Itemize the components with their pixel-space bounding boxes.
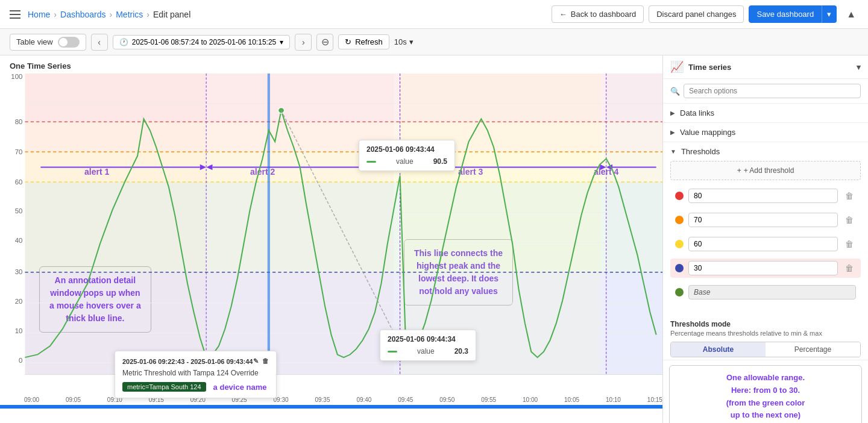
threshold-color-base[interactable] [675,288,684,296]
chart-svg: 100 80 70 60 50 40 30 20 10 0 [0,74,662,409]
svg-text:30: 30 [15,268,23,275]
svg-text:60: 60 [15,178,23,185]
threshold-input-base[interactable] [688,285,856,299]
toolbar: Table view ‹ 🕐 2025-01-06 08:57:24 to 20… [0,29,868,55]
back-to-dashboard-button[interactable]: ← Back to dashboard [552,5,644,23]
threshold-input-80[interactable] [688,189,838,203]
table-view-toggle[interactable] [58,37,80,48]
time-range-arrow: ▾ [280,38,283,46]
x-axis-bar [0,405,662,409]
panel-type-dropdown-icon: ▾ [857,63,861,72]
data-links-header[interactable]: ▶ Data links [663,104,868,122]
svg-rect-7 [400,74,600,374]
panel-type-label: Time series [688,63,852,72]
chart-panel: One Time Series alert 1 alert 2 alert 3 … [0,55,663,423]
options-search-box: 🔍 [663,79,868,104]
breadcrumb: Home › Dashboards › Metrics › Edit panel [28,10,190,19]
callout-range-explanation: One allowable range.Here: from 0 to 30.(… [669,365,862,423]
hamburger-menu[interactable] [7,8,23,21]
value-mappings-chevron: ▶ [670,129,675,136]
breadcrumb-home[interactable]: Home [28,10,50,19]
time-range-text: 2025-01-06 08:57:24 to 2025-01-06 10:15:… [132,38,277,46]
svg-text:40: 40 [15,237,23,243]
threshold-delete-60[interactable]: 🗑 [843,238,856,250]
add-threshold-label: + Add threshold [744,166,794,175]
svg-text:70: 70 [15,148,23,155]
thresholds-mode-description: Percentage means thresholds relative to … [670,330,861,337]
refresh-interval-arrow: ▾ [409,37,414,46]
value-mappings-section: ▶ Value mappings [663,123,868,142]
time-range-next-button[interactable]: › [295,34,312,51]
threshold-delete-30[interactable]: 🗑 [843,262,856,274]
thresholds-chevron: ▼ [670,148,676,155]
chart-title: One Time Series [10,61,71,70]
collapse-button[interactable]: ▲ [841,7,861,22]
breadcrumb-dashboards[interactable]: Dashboards [60,10,106,19]
refresh-interval-label: 10s [394,37,407,46]
back-arrow-icon: ← [559,10,567,19]
plus-icon: + [737,166,741,175]
discard-btn-label: Discard panel changes [656,10,736,19]
refresh-interval-selector: 10s ▾ [394,37,414,46]
threshold-color-30[interactable] [675,264,684,272]
data-links-section: ▶ Data links [663,104,868,123]
top-bar-left: Home › Dashboards › Metrics › Edit panel [7,8,190,21]
chart-area[interactable]: 100 80 70 60 50 40 30 20 10 0 [0,74,662,409]
threshold-row-base [670,283,861,302]
svg-text:50: 50 [15,207,23,214]
threshold-delete-70[interactable]: 🗑 [843,214,856,226]
panel-type-selector[interactable]: 📈 Time series ▾ [663,55,868,79]
threshold-input-30[interactable] [688,261,838,275]
threshold-color-70[interactable] [675,216,684,224]
zoom-out-button[interactable]: ⊖ [316,34,333,51]
threshold-delete-80[interactable]: 🗑 [843,190,856,202]
refresh-button[interactable]: ↻ Refresh [338,34,389,49]
thresholds-label: Thresholds [681,147,720,156]
breadcrumb-metrics[interactable]: Metrics [116,10,143,19]
discard-panel-changes-button[interactable]: Discard panel changes [649,5,744,23]
thresholds-section: ▼ Thresholds + + Add threshold 🗑 🗑 [663,142,868,360]
threshold-row-30: 🗑 [670,258,861,278]
value-mappings-header[interactable]: ▶ Value mappings [663,123,868,142]
save-dashboard-dropdown-button[interactable]: ▾ [822,5,837,23]
svg-text:20: 20 [15,298,23,304]
top-bar: Home › Dashboards › Metrics › Edit panel… [0,0,868,29]
top-bar-right: ← Back to dashboard Discard panel change… [552,5,861,23]
search-icon: 🔍 [670,87,680,96]
refresh-label: Refresh [355,37,383,46]
threshold-input-60[interactable] [688,237,838,251]
main-layout: One Time Series alert 1 alert 2 alert 3 … [0,55,868,423]
save-dashboard-button[interactable]: Save dashboard [749,5,822,23]
threshold-color-80[interactable] [675,192,684,200]
options-search-input[interactable] [684,84,861,98]
time-range-prev-button[interactable]: ‹ [91,34,108,51]
svg-rect-6 [206,74,394,374]
thresholds-mode-section: Thresholds mode Percentage means thresho… [663,314,868,360]
threshold-row-70: 🗑 [670,210,861,230]
thresholds-header[interactable]: ▼ Thresholds [663,142,868,161]
back-btn-label: Back to dashboard [571,10,636,19]
time-range-selector[interactable]: 🕐 2025-01-06 08:57:24 to 2025-01-06 10:1… [113,35,291,49]
thresholds-mode-percentage-button[interactable]: Percentage [766,342,860,357]
svg-rect-5 [25,74,206,374]
breadcrumb-sep2: › [110,10,113,19]
value-mappings-label: Value mappings [680,128,735,137]
refresh-icon: ↻ [345,37,351,46]
save-dashboard-split-button: Save dashboard ▾ [749,5,837,23]
add-threshold-button[interactable]: + + Add threshold [670,161,861,180]
breadcrumb-current: Edit panel [153,10,190,19]
table-view-toggle-wrap: Table view [10,34,86,51]
data-links-label: Data links [680,108,714,118]
svg-rect-8 [606,74,662,374]
threshold-input-70[interactable] [688,213,838,227]
thresholds-content: + + Add threshold 🗑 🗑 🗑 [663,161,868,314]
svg-text:80: 80 [15,118,23,125]
thresholds-mode-absolute-button[interactable]: Absolute [671,342,766,357]
thresholds-mode-toggle: Absolute Percentage [670,342,861,357]
time-series-icon: 📈 [670,60,684,74]
threshold-color-60[interactable] [675,240,684,248]
table-view-label: Table view [16,37,53,46]
svg-point-45 [403,354,409,360]
data-links-chevron: ▶ [670,110,675,116]
breadcrumb-sep3: › [146,10,149,19]
